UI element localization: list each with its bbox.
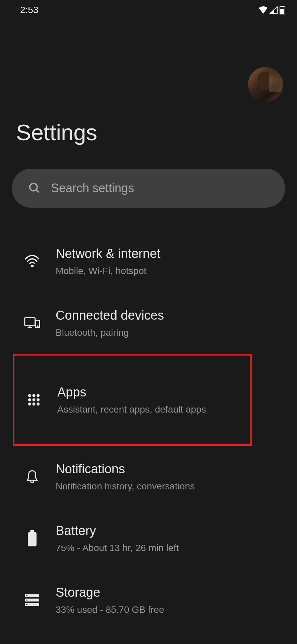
item-title: Battery (56, 524, 179, 538)
settings-item-battery[interactable]: Battery 75% - About 13 hr, 26 min left (0, 507, 297, 569)
svg-point-18 (33, 402, 36, 406)
settings-item-apps[interactable]: Apps Assistant, recent apps, default app… (13, 354, 252, 446)
svg-point-13 (37, 394, 40, 397)
svg-line-4 (36, 190, 39, 193)
item-text: Apps Assistant, recent apps, default app… (57, 385, 206, 415)
storage-icon (22, 590, 42, 610)
svg-rect-2 (280, 9, 284, 14)
item-text: Storage 33% used - 85.70 GB free (56, 585, 164, 615)
bell-icon (22, 467, 42, 487)
svg-rect-1 (281, 6, 284, 7)
svg-point-17 (28, 402, 31, 406)
settings-item-notifications[interactable]: Notifications Notification history, conv… (0, 446, 297, 507)
svg-rect-6 (25, 318, 35, 325)
item-text: Connected devices Bluetooth, pairing (56, 308, 164, 338)
svg-point-15 (33, 398, 36, 401)
svg-point-16 (37, 398, 40, 401)
item-text: Battery 75% - About 13 hr, 26 min left (56, 524, 179, 553)
devices-icon (22, 313, 42, 333)
search-bar[interactable]: Search settings (12, 169, 285, 208)
item-subtitle: 75% - About 13 hr, 26 min left (56, 543, 179, 553)
svg-point-27 (26, 604, 28, 605)
svg-point-11 (28, 394, 31, 397)
avatar[interactable] (248, 67, 283, 102)
svg-point-19 (37, 402, 40, 406)
svg-rect-21 (28, 532, 37, 546)
status-bar: 2:53 (0, 0, 297, 20)
settings-item-storage[interactable]: Storage 33% used - 85.70 GB free (0, 569, 297, 631)
svg-point-3 (30, 183, 37, 191)
page-title: Settings (0, 102, 297, 145)
item-title: Connected devices (56, 308, 164, 323)
item-text: Notifications Notification history, conv… (56, 462, 195, 492)
wifi-icon (22, 251, 42, 271)
item-subtitle: Assistant, recent apps, default apps (57, 404, 206, 415)
item-title: Network & internet (56, 247, 161, 261)
svg-point-14 (28, 398, 31, 401)
item-title: Storage (56, 585, 164, 600)
svg-point-23 (26, 595, 28, 596)
svg-rect-20 (30, 530, 34, 532)
search-icon (28, 182, 41, 195)
settings-list: Network & internet Mobile, Wi-Fi, hotspo… (0, 208, 297, 644)
svg-point-10 (37, 326, 38, 327)
battery-icon (22, 528, 42, 548)
item-title: Apps (57, 385, 206, 399)
item-subtitle: 33% used - 85.70 GB free (56, 604, 164, 615)
signal-icon (270, 6, 278, 14)
search-placeholder: Search settings (51, 181, 134, 195)
settings-item-sound[interactable]: Sound & vibration Volume, haptics, Do No… (0, 631, 297, 644)
item-title: Notifications (56, 462, 195, 476)
battery-status-icon (280, 6, 285, 14)
wifi-status-icon (259, 6, 268, 14)
status-icons (259, 6, 285, 14)
settings-item-connected-devices[interactable]: Connected devices Bluetooth, pairing (0, 292, 297, 354)
item-text: Network & internet Mobile, Wi-Fi, hotspo… (56, 247, 161, 276)
svg-point-25 (26, 599, 28, 601)
status-time: 2:53 (20, 5, 39, 15)
svg-point-12 (33, 394, 36, 397)
svg-point-5 (31, 265, 33, 267)
item-subtitle: Notification history, conversations (56, 481, 195, 492)
apps-icon (24, 390, 44, 410)
item-subtitle: Mobile, Wi-Fi, hotspot (56, 266, 161, 276)
settings-item-network[interactable]: Network & internet Mobile, Wi-Fi, hotspo… (0, 230, 297, 292)
item-subtitle: Bluetooth, pairing (56, 327, 164, 338)
search-container: Search settings (0, 145, 297, 208)
profile-section (0, 20, 297, 102)
